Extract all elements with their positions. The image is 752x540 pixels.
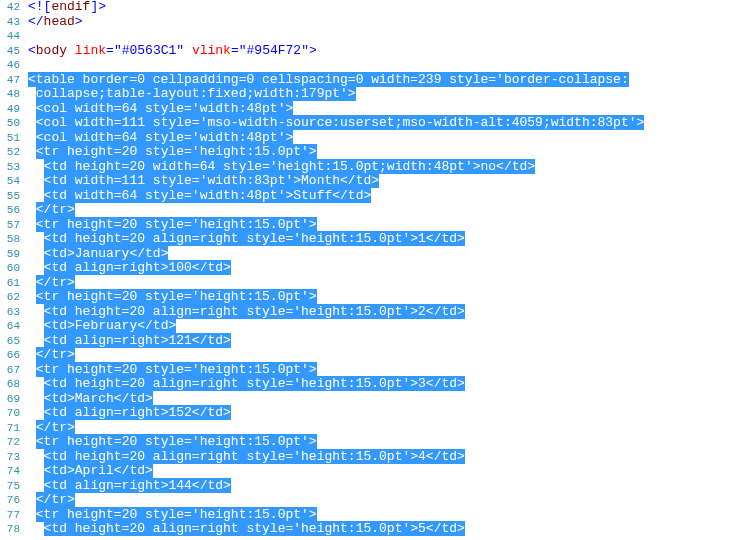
code-line[interactable] (28, 29, 752, 44)
code-token: head (44, 14, 75, 29)
code-line[interactable]: <td>April</td> (28, 464, 752, 479)
code-line[interactable]: </head> (28, 15, 752, 30)
code-line[interactable]: <td align=right>100</td> (28, 261, 752, 276)
code-line[interactable]: <col width=64 style='width:48pt'> (28, 102, 752, 117)
line-number: 60 (0, 261, 20, 276)
code-token: <td align=right>152</td> (44, 405, 231, 420)
code-line[interactable]: <![endif]> (28, 0, 752, 15)
code-line[interactable]: <td align=right>144</td> (28, 479, 752, 494)
code-line[interactable]: <td>March</td> (28, 392, 752, 407)
line-number: 48 (0, 87, 20, 102)
line-number: 61 (0, 276, 20, 291)
line-number: 53 (0, 160, 20, 175)
code-token: <td height=20 align=right style='height:… (44, 304, 465, 319)
code-token: collapse;table-layout:fixed;width:179pt'… (36, 86, 356, 101)
code-token: > (309, 43, 317, 58)
code-line[interactable]: <td height=20 align=right style='height:… (28, 232, 752, 247)
code-token: <td>April</td> (44, 463, 153, 478)
code-line[interactable]: <tr height=20 style='height:15.0pt'> (28, 145, 752, 160)
line-number: 47 (0, 73, 20, 88)
code-content[interactable]: <![endif]></head><body link="#0563C1" vl… (24, 0, 752, 540)
code-token (67, 43, 75, 58)
code-token: body (36, 43, 67, 58)
code-line[interactable]: <td height=20 align=right style='height:… (28, 305, 752, 320)
code-line[interactable]: <body link="#0563C1" vlink="#954F72"> (28, 44, 752, 59)
code-token: ]> (90, 0, 106, 14)
code-line[interactable]: <tr height=20 style='height:15.0pt'> (28, 290, 752, 305)
code-token: = (106, 43, 114, 58)
line-number-gutter: 4243444546474849505152535455565758596061… (0, 0, 24, 540)
code-line[interactable]: <td width=64 style='width:48pt'>Stuff</t… (28, 189, 752, 204)
code-line[interactable]: <col width=111 style='mso-width-source:u… (28, 116, 752, 131)
line-number: 42 (0, 0, 20, 15)
code-token: <td>January</td> (44, 246, 169, 261)
code-line[interactable]: <td height=20 align=right style='height:… (28, 377, 752, 392)
line-number: 55 (0, 189, 20, 204)
code-line[interactable]: <td>January</td> (28, 247, 752, 262)
code-line[interactable]: </tr> (28, 493, 752, 508)
code-line[interactable]: <tr height=20 style='height:15.0pt'> (28, 363, 752, 378)
code-line[interactable]: <tr height=20 style='height:15.0pt'> (28, 508, 752, 523)
line-number: 52 (0, 145, 20, 160)
line-number: 58 (0, 232, 20, 247)
code-line[interactable]: </tr> (28, 421, 752, 436)
line-number: 56 (0, 203, 20, 218)
line-number: 63 (0, 305, 20, 320)
line-number: 64 (0, 319, 20, 334)
code-token: <tr height=20 style='height:15.0pt'> (36, 434, 317, 449)
code-token: <td align=right>144</td> (44, 478, 231, 493)
code-token: <td height=20 width=64 style='height:15.… (44, 159, 535, 174)
code-token: link (75, 43, 106, 58)
code-token: <![ (28, 0, 51, 14)
line-number: 49 (0, 102, 20, 117)
code-token: </tr> (36, 420, 75, 435)
code-token: = (231, 43, 239, 58)
line-number: 44 (0, 29, 20, 44)
code-line[interactable]: <td align=right>152</td> (28, 406, 752, 421)
code-line[interactable]: <table border=0 cellpadding=0 cellspacin… (28, 73, 752, 88)
code-editor[interactable]: 4243444546474849505152535455565758596061… (0, 0, 752, 540)
code-line[interactable]: <td height=20 width=64 style='height:15.… (28, 160, 752, 175)
code-token: "#0563C1" (114, 43, 184, 58)
code-line[interactable]: <tr height=20 style='height:15.0pt'> (28, 218, 752, 233)
code-line[interactable]: <td align=right>121</td> (28, 334, 752, 349)
line-number: 57 (0, 218, 20, 233)
code-line[interactable]: <col width=64 style='width:48pt'> (28, 131, 752, 146)
code-token: <tr height=20 style='height:15.0pt'> (36, 217, 317, 232)
code-line[interactable]: collapse;table-layout:fixed;width:179pt'… (28, 87, 752, 102)
code-token: </tr> (36, 347, 75, 362)
code-line[interactable]: <tr height=20 style='height:15.0pt'> (28, 435, 752, 450)
line-number: 77 (0, 508, 20, 523)
code-token: <tr height=20 style='height:15.0pt'> (36, 362, 317, 377)
code-token: <td height=20 align=right style='height:… (44, 449, 465, 464)
code-line[interactable]: <td height=20 align=right style='height:… (28, 450, 752, 465)
code-token: <td>February</td> (44, 318, 177, 333)
code-token: > (75, 14, 83, 29)
code-token: <tr height=20 style='height:15.0pt'> (36, 289, 317, 304)
line-number: 54 (0, 174, 20, 189)
line-number: 59 (0, 247, 20, 262)
code-token: <col width=64 style='width:48pt'> (36, 101, 293, 116)
line-number: 46 (0, 58, 20, 73)
code-line[interactable] (28, 58, 752, 73)
code-line[interactable]: </tr> (28, 203, 752, 218)
line-number: 72 (0, 435, 20, 450)
code-line[interactable]: <td>February</td> (28, 319, 752, 334)
code-token: "#954F72" (239, 43, 309, 58)
code-token: < (28, 43, 36, 58)
code-token: <td height=20 align=right style='height:… (44, 231, 465, 246)
line-number: 65 (0, 334, 20, 349)
code-token: </tr> (36, 492, 75, 507)
code-line[interactable]: <td width=111 style='width:83pt'>Month</… (28, 174, 752, 189)
code-line[interactable]: </tr> (28, 348, 752, 363)
line-number: 76 (0, 493, 20, 508)
code-token: <td height=20 align=right style='height:… (44, 521, 465, 536)
code-line[interactable]: <td height=20 align=right style='height:… (28, 522, 752, 537)
line-number: 78 (0, 522, 20, 537)
code-line[interactable]: </tr> (28, 276, 752, 291)
line-number: 68 (0, 377, 20, 392)
line-number: 43 (0, 15, 20, 30)
code-token: <td align=right>100</td> (44, 260, 231, 275)
code-token: <td>March</td> (44, 391, 153, 406)
line-number: 45 (0, 44, 20, 59)
